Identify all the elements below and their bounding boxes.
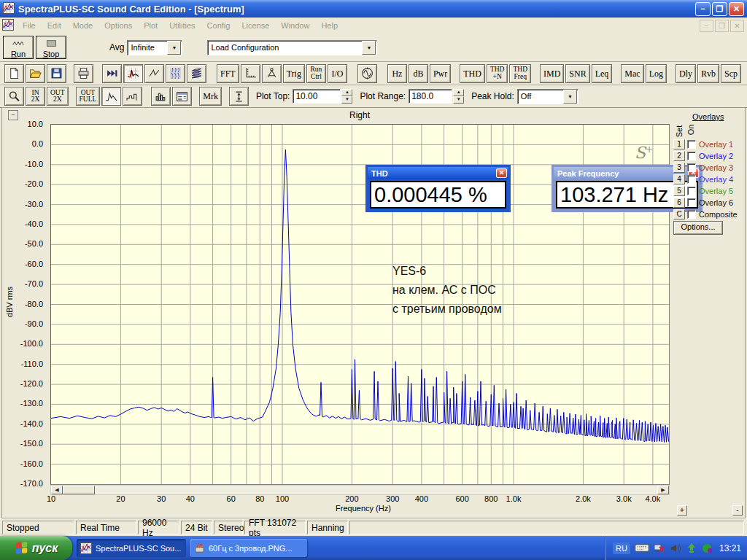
print-button[interactable] — [74, 64, 93, 83]
chevron-down-icon[interactable]: ▼ — [362, 41, 376, 55]
zoom-button[interactable] — [4, 87, 24, 106]
line-plot-button[interactable] — [101, 87, 121, 106]
restore-button[interactable]: ❐ — [712, 2, 727, 16]
menu-item-plot[interactable]: Plot — [138, 19, 163, 32]
menu-item-window[interactable]: Window — [275, 19, 315, 32]
plot-scrollbar[interactable]: ◀ ▶ — [50, 485, 670, 495]
collapse-marker[interactable]: − — [8, 110, 18, 120]
plot-top-input[interactable] — [293, 89, 341, 104]
overlay-on-checkbox-2[interactable] — [687, 152, 696, 160]
stop-button[interactable]: Stop — [36, 36, 66, 59]
close-button[interactable]: ✕ — [729, 2, 744, 16]
amplitude-range-button[interactable] — [229, 87, 249, 106]
plot-range-input[interactable] — [409, 89, 452, 104]
zoom-in-2x-button[interactable]: IN2X — [26, 87, 45, 106]
spectrogram-view-button[interactable] — [166, 64, 185, 83]
volume-icon[interactable] — [670, 542, 681, 554]
child-close-button[interactable]: ✕ — [730, 20, 744, 32]
db-units-button[interactable]: dB — [409, 64, 428, 83]
signal-generator-button[interactable] — [357, 64, 377, 83]
menu-item-license[interactable]: License — [236, 19, 275, 32]
collapse-button[interactable]: - — [732, 505, 743, 516]
scroll-right-icon[interactable]: ▶ — [657, 486, 669, 494]
keyboard-icon[interactable] — [635, 543, 649, 553]
menu-item-file[interactable]: File — [17, 19, 42, 32]
spectrum-view-button[interactable] — [123, 64, 143, 83]
scaling-button[interactable] — [241, 64, 260, 83]
menu-item-utilities[interactable]: Utilities — [163, 19, 201, 32]
scrollbar-thumb[interactable] — [63, 486, 95, 494]
post-process-button[interactable] — [102, 64, 122, 83]
overlay-on-checkbox-3[interactable] — [687, 163, 696, 172]
open-file-button[interactable] — [26, 64, 45, 83]
peak-hold-select[interactable]: Off ▼ — [517, 89, 578, 104]
save-button[interactable] — [47, 64, 66, 83]
overlay-set-button-5[interactable]: 5 — [673, 186, 685, 196]
pwr-units-button[interactable]: Pwr — [430, 64, 451, 83]
overlay-on-checkbox-1[interactable] — [687, 140, 696, 149]
mac-button[interactable]: Mac — [621, 64, 643, 83]
child-minimize-button[interactable]: − — [700, 20, 713, 32]
bar-plot-button[interactable] — [151, 87, 171, 106]
thd-n-button[interactable]: THD+N — [487, 64, 508, 83]
rvb-button[interactable]: Rvb — [697, 64, 719, 83]
plot-range-spinner[interactable]: ▲ ▼ — [453, 89, 464, 104]
spinner-down-icon[interactable]: ▼ — [341, 96, 352, 104]
chevron-down-icon[interactable]: ▼ — [167, 41, 181, 55]
scp-button[interactable]: Scp — [721, 64, 741, 83]
menu-item-config[interactable]: Config — [201, 19, 236, 32]
agent-icon[interactable] — [702, 542, 713, 554]
surface-view-button[interactable] — [187, 64, 206, 83]
spectrum-plot[interactable]: S+ YES-6 на клем. АС с ПОС с третьим про… — [50, 124, 670, 485]
thd-window[interactable]: THD ✕ 0.000445 % — [365, 165, 511, 212]
child-restore-button[interactable]: ❐ — [715, 20, 729, 32]
load-configuration-select[interactable]: Load Configuration ▼ — [207, 40, 377, 55]
overlay-set-button-4[interactable]: 4 — [673, 174, 685, 184]
language-indicator[interactable]: RU — [613, 542, 630, 554]
scroll-left-icon[interactable]: ◀ — [51, 486, 63, 494]
menu-item-help[interactable]: Help — [315, 19, 344, 32]
overlay-set-button-1[interactable]: 1 — [673, 139, 685, 149]
thd-window-titlebar[interactable]: THD ✕ — [368, 167, 508, 179]
run-button[interactable]: Run — [3, 36, 34, 59]
thd-button[interactable]: THD — [460, 64, 485, 83]
network-error-icon[interactable] — [654, 542, 665, 554]
overlay-set-button-6[interactable]: 6 — [673, 198, 685, 208]
overlay-set-button-c[interactable]: C — [673, 209, 685, 219]
display-options-button[interactable] — [172, 87, 192, 106]
spinner-up-icon[interactable]: ▲ — [453, 89, 464, 96]
new-file-button[interactable] — [4, 64, 24, 83]
thd-freq-button[interactable]: THDFreq — [509, 64, 531, 83]
marker-button[interactable]: Mrk — [199, 87, 222, 106]
chevron-down-icon[interactable]: ▼ — [563, 90, 577, 104]
expand-button[interactable]: + — [677, 505, 687, 516]
minimize-button[interactable]: − — [695, 2, 711, 16]
dly-button[interactable]: Dly — [676, 64, 696, 83]
taskbar-task-1[interactable]: SpectraPLUS-SC Sou... — [77, 539, 186, 557]
overlay-on-checkbox-5[interactable] — [687, 187, 696, 195]
calibration-button[interactable] — [262, 64, 282, 83]
overlay-on-checkbox-6[interactable] — [687, 198, 696, 207]
hz-units-button[interactable]: Hz — [387, 64, 407, 83]
plot-top-spinner[interactable]: ▲ ▼ — [341, 89, 352, 104]
io-device-button[interactable]: I/O — [328, 64, 347, 83]
close-icon[interactable]: ✕ — [496, 168, 507, 178]
trigger-button[interactable]: Trig — [283, 64, 305, 83]
overlay-set-button-3[interactable]: 3 — [673, 163, 685, 173]
menu-item-mode[interactable]: Mode — [67, 19, 99, 32]
update-icon[interactable] — [686, 542, 697, 554]
snr-button[interactable]: SNR — [565, 64, 589, 83]
overlay-set-button-2[interactable]: 2 — [673, 151, 685, 161]
menu-item-options[interactable]: Options — [98, 19, 138, 32]
taskbar-task-2[interactable]: 60Гц с 3провод.PNG... — [190, 539, 307, 557]
overlay-on-checkbox-4[interactable] — [687, 175, 696, 184]
zoom-out-2x-button[interactable]: OUT2X — [47, 87, 69, 106]
leq-button[interactable]: Leq — [592, 64, 613, 83]
menu-item-edit[interactable]: Edit — [42, 19, 67, 32]
spinner-down-icon[interactable]: ▼ — [453, 96, 464, 104]
time-series-view-button[interactable] — [144, 64, 164, 83]
fft-settings-button[interactable]: FFT — [217, 64, 239, 83]
step-plot-button[interactable] — [123, 87, 142, 106]
start-button[interactable]: пуск — [0, 536, 72, 560]
zoom-out-full-button[interactable]: OUTFULL — [76, 87, 101, 106]
